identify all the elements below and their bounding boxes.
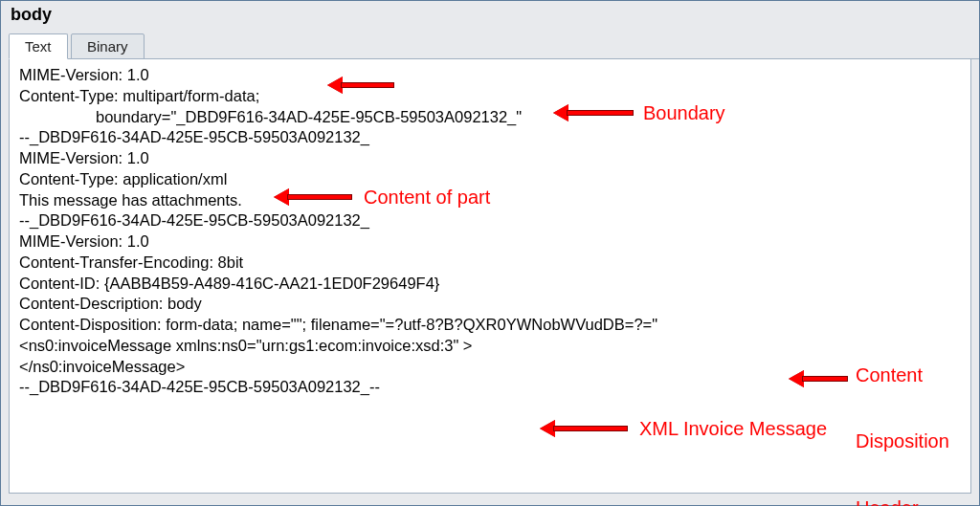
body-line: Content-Disposition: form-data; name="";… [19,315,961,336]
tab-binary[interactable]: Binary [71,33,145,59]
annotation-xml-invoice: XML Invoice Message [540,416,827,441]
body-line: MIME-Version: 1.0 [19,231,961,253]
body-text-view[interactable]: MIME-Version: 1.0Content-Type: multipart… [9,59,971,494]
body-line: <ns0:invoiceMessage xmlns:ns0="urn:gs1:e… [19,336,961,357]
body-line: Content-Type: multipart/form-data; [19,86,961,107]
body-line: This message has attachments. [19,190,961,211]
body-line: --_DBD9F616-34AD-425E-95CB-59503A092132_ [19,127,961,148]
body-line: Content-Type: application/xml [19,169,961,190]
panel-container: body Text Binary MIME-Version: 1.0Conten… [0,0,980,506]
body-line: Content-Transfer-Encoding: 8bit [19,253,961,274]
body-line: MIME-Version: 1.0 [19,65,961,86]
annotation-label: Disposition [856,429,949,453]
body-line: MIME-Version: 1.0 [19,148,961,169]
tab-strip: Text Binary [9,33,979,59]
body-line: Content-ID: {AABB4B59-A489-416C-AA21-1ED… [19,274,961,295]
body-line: --_DBD9F616-34AD-425E-95CB-59503A092132_ [19,210,961,231]
annotation-label: Header [856,495,949,506]
tab-text[interactable]: Text [9,33,68,59]
body-line: boundary="_DBD9F616-34AD-425E-95CB-59503… [19,107,961,128]
body-line: Content-Description: body [19,294,961,315]
body-line: </ns0:invoiceMessage> [19,357,961,378]
annotation-label: XML Invoice Message [639,416,827,441]
body-line: --_DBD9F616-34AD-425E-95CB-59503A092132_… [19,377,961,398]
panel-title: body [1,1,979,33]
